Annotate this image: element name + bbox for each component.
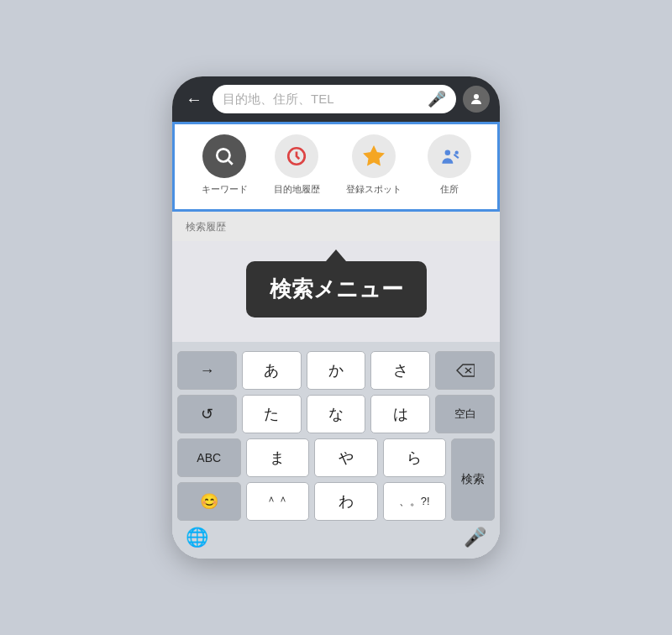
keyboard-row-1: → あ か さ bbox=[172, 349, 500, 392]
search-bar[interactable]: 目的地、住所、TEL 🎤 bbox=[213, 85, 456, 113]
favorites-icon bbox=[352, 134, 396, 178]
key-space[interactable]: 空白 bbox=[435, 395, 495, 433]
key-ka[interactable]: か bbox=[307, 351, 366, 390]
key-ta[interactable]: た bbox=[242, 395, 302, 433]
address-icon bbox=[428, 134, 471, 178]
search-menu-panel: キーワード 目的地履歴 登録スポット bbox=[172, 122, 500, 212]
globe-icon[interactable]: 🌐 bbox=[186, 527, 208, 548]
keyboard-rows-34-left: ABC ま や ら 😊 ＾＾ わ 、。?! bbox=[175, 436, 449, 523]
key-a[interactable]: あ bbox=[242, 351, 302, 390]
tooltip-container: 検索メニュー bbox=[172, 241, 500, 318]
svg-line-2 bbox=[228, 160, 233, 165]
search-input[interactable]: 目的地、住所、TEL bbox=[223, 92, 421, 108]
menu-item-keyword[interactable]: キーワード bbox=[202, 134, 248, 196]
menu-item-history[interactable]: 目的地履歴 bbox=[274, 134, 320, 196]
history-section-label: 検索履歴 bbox=[186, 221, 226, 233]
key-caret[interactable]: ＾＾ bbox=[246, 482, 310, 521]
key-arrow[interactable]: → bbox=[177, 351, 237, 390]
keyword-label: キーワード bbox=[202, 183, 248, 196]
key-wa[interactable]: わ bbox=[314, 482, 378, 521]
svg-marker-4 bbox=[364, 146, 383, 165]
svg-point-0 bbox=[474, 94, 479, 99]
keyboard-row-3: ABC ま や ら bbox=[175, 436, 449, 480]
content-area: 検索メニュー bbox=[172, 241, 500, 342]
top-bar: ← 目的地、住所、TEL 🎤 bbox=[172, 76, 500, 122]
key-ra[interactable]: ら bbox=[383, 438, 447, 477]
key-na[interactable]: な bbox=[307, 395, 366, 433]
tooltip-box: 検索メニュー bbox=[246, 261, 427, 318]
keyboard: → あ か さ ↺ た な は 空白 ABC ま や ら bbox=[172, 342, 500, 559]
address-label: 住所 bbox=[440, 183, 459, 196]
menu-item-address[interactable]: 住所 bbox=[428, 134, 471, 196]
key-punctuation[interactable]: 、。?! bbox=[383, 482, 447, 521]
phone-container: ← 目的地、住所、TEL 🎤 キーワード bbox=[172, 76, 500, 559]
key-ma[interactable]: ま bbox=[246, 438, 310, 477]
history-label: 目的地履歴 bbox=[274, 183, 320, 196]
key-undo[interactable]: ↺ bbox=[177, 395, 237, 433]
key-sa[interactable]: さ bbox=[370, 351, 430, 390]
key-emoji[interactable]: 😊 bbox=[177, 482, 241, 521]
history-icon bbox=[275, 134, 318, 178]
keyboard-row-2: ↺ た な は 空白 bbox=[172, 392, 500, 436]
svg-point-6 bbox=[454, 151, 458, 155]
tooltip-arrow bbox=[326, 249, 346, 261]
svg-point-1 bbox=[217, 149, 229, 161]
svg-point-5 bbox=[444, 150, 450, 155]
mic-icon-keyboard[interactable]: 🎤 bbox=[464, 527, 486, 548]
keyword-icon bbox=[202, 134, 246, 178]
profile-button[interactable] bbox=[463, 86, 490, 113]
favorites-label: 登録スポット bbox=[346, 183, 402, 196]
key-ha[interactable]: は bbox=[370, 395, 430, 433]
key-search[interactable]: 検索 bbox=[451, 438, 495, 521]
search-menu-icons: キーワード 目的地履歴 登録スポット bbox=[188, 134, 484, 196]
history-section: 検索履歴 bbox=[172, 212, 500, 241]
menu-item-favorites[interactable]: 登録スポット bbox=[346, 134, 402, 196]
mic-icon-top[interactable]: 🎤 bbox=[428, 90, 446, 108]
keyboard-row-4: 😊 ＾＾ わ 、。?! bbox=[175, 480, 449, 523]
keyboard-rows-34: ABC ま や ら 😊 ＾＾ わ 、。?! 検索 bbox=[172, 436, 500, 523]
key-abc[interactable]: ABC bbox=[177, 438, 241, 477]
key-delete[interactable] bbox=[435, 351, 495, 390]
search-key-label: 検索 bbox=[461, 472, 485, 487]
back-button[interactable]: ← bbox=[182, 87, 206, 113]
keyboard-bottom-bar: 🌐 🎤 bbox=[172, 523, 500, 559]
key-ya[interactable]: や bbox=[314, 438, 378, 477]
